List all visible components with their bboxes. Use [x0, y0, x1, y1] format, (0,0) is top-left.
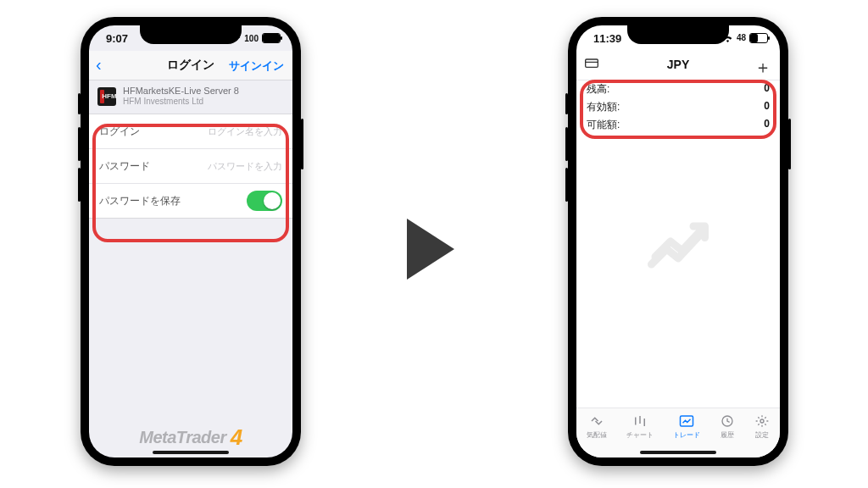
home-indicator[interactable]: [640, 451, 716, 454]
screen-trade: 11:39 ▮▮▮▮ 48 JPY ＋ 残高:0 有効額:0 可能額:0: [576, 25, 780, 458]
status-time: 9:07: [106, 32, 128, 45]
tab-trade[interactable]: トレード: [673, 413, 700, 440]
tab-quotes[interactable]: 気配値: [587, 413, 607, 440]
signin-button[interactable]: サインイン: [229, 58, 284, 74]
battery-percent: 100: [244, 34, 259, 43]
battery-icon: [262, 33, 281, 43]
phone-login: 9:07 ✈︎ 100 ‹ ログイン サインイン HFM HFMarketsKE…: [81, 17, 301, 466]
transition-arrow-icon: [407, 219, 454, 280]
phone-trade: 11:39 ▮▮▮▮ 48 JPY ＋ 残高:0 有効額:0 可能額:0: [568, 17, 788, 466]
tab-history[interactable]: 履歴: [720, 413, 735, 440]
password-label: パスワード: [99, 159, 150, 174]
notch: [140, 25, 242, 44]
login-form: ログイン ログイン名を入力 パスワード パスワードを入力 パスワードを保存: [89, 114, 292, 219]
login-field-row[interactable]: ログイン ログイン名を入力: [89, 114, 292, 149]
balance-section: 残高:0 有効額:0 可能額:0: [576, 80, 780, 134]
password-field-row[interactable]: パスワード パスワードを入力: [89, 149, 292, 184]
screen-login: 9:07 ✈︎ 100 ‹ ログイン サインイン HFM HFMarketsKE…: [89, 25, 292, 458]
add-button[interactable]: ＋: [754, 56, 771, 79]
server-row[interactable]: HFM HFMarketsKE-Live Server 8 HFM Invest…: [89, 80, 292, 112]
freemargin-row: 可能額:0: [576, 116, 780, 134]
battery-percent: 48: [737, 33, 746, 42]
save-password-label: パスワードを保存: [99, 194, 181, 208]
metatrader-logo: MetaTrader 4: [89, 424, 292, 451]
save-password-row: パスワードを保存: [89, 184, 292, 218]
equity-row: 有効額:0: [576, 98, 780, 116]
home-indicator[interactable]: [153, 451, 229, 454]
balance-row: 残高:0: [576, 80, 780, 98]
broker-logo-icon: HFM: [97, 87, 116, 106]
save-password-toggle[interactable]: [247, 191, 282, 211]
currency-title: JPY: [576, 58, 780, 71]
trade-icon: [679, 413, 694, 429]
notch: [627, 25, 729, 44]
login-input[interactable]: ログイン名を入力: [208, 125, 282, 138]
chart-icon: [632, 413, 648, 429]
nav-bar: ‹ ログイン サインイン: [89, 51, 292, 80]
broker-name: HFM Investments Ltd: [123, 97, 239, 107]
watermark-arrow-icon: [640, 203, 716, 280]
password-input[interactable]: パスワードを入力: [208, 160, 282, 173]
quotes-icon: [589, 413, 604, 429]
server-name: HFMarketsKE-Live Server 8: [123, 86, 239, 97]
settings-icon: [754, 413, 770, 429]
status-time: 11:39: [593, 32, 621, 45]
nav-bar: JPY ＋: [576, 51, 780, 80]
history-icon: [720, 413, 735, 429]
tab-settings[interactable]: 設定: [754, 413, 770, 440]
tab-chart[interactable]: チャート: [626, 413, 654, 440]
battery-icon: [749, 33, 768, 43]
stage: 9:07 ✈︎ 100 ‹ ログイン サインイン HFM HFMarketsKE…: [0, 0, 868, 488]
svg-point-7: [760, 419, 764, 423]
login-label: ログイン: [99, 125, 140, 139]
